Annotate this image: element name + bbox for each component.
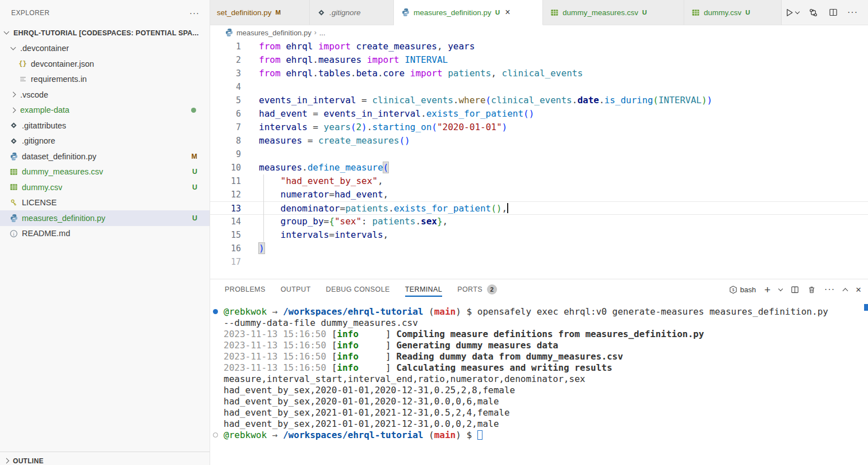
python-file-icon [225,28,234,37]
launch-profile-chevron-icon[interactable] [779,289,782,291]
code-text: measures = create_measures() [259,134,410,148]
terminal[interactable]: @rebkwok → /workspaces/ehrql-tutorial (m… [210,306,868,465]
tree-item-label: LICENSE [22,198,57,207]
open-changes-icon[interactable] [808,7,819,18]
tab-measures-definition.py[interactable]: measures_definition.pyU× [394,0,543,25]
csv-file-icon [9,167,18,177]
command-decoration-hollow[interactable] [213,432,218,438]
tab-.gitignore[interactable]: .gitignore [310,0,394,25]
tree-item-dummy-measures.csv[interactable]: dummy_measures.csvU [0,164,210,180]
tab-label: .gitignore [329,8,361,17]
code-line-3[interactable]: 3from ehrql.tables.beta.core import pati… [210,67,868,80]
git-status-badge: M [192,153,197,160]
code-line-4[interactable]: 4 [210,80,868,94]
close-tab-icon[interactable]: × [505,8,510,17]
code-line-11[interactable]: 11 "had_event_by_sex", [210,174,868,188]
line-number: 8 [210,134,241,148]
code-line-9[interactable]: 9 [210,148,868,161]
terminal-profile[interactable]: $ bash [729,286,756,294]
panel-tab-output[interactable]: OUTPUT [281,279,311,300]
panel-tab-debug-console[interactable]: DEBUG CONSOLE [326,279,389,300]
tree-item-.gitignore[interactable]: .gitignore [0,133,210,149]
panel-tab-label: PROBLEMS [225,286,266,293]
python-file-icon [401,8,410,17]
code-line-12[interactable]: 12 numerator=had_event, [210,188,868,201]
panel-tab-label: TERMINAL [405,286,442,293]
panel-tab-label: OUTPUT [281,286,311,293]
code-line-15[interactable]: 15 intervals=intervals, [210,228,868,242]
tree-item-ehrql-tutorial-codespaces-potential-spa...[interactable]: EHRQL-TUTORIAL [CODESPACES: POTENTIAL SP… [0,25,210,41]
code-editor[interactable]: measures_definition.py › ... 1from ehrql… [210,25,868,279]
tree-item-label: EHRQL-TUTORIAL [CODESPACES: POTENTIAL SP… [13,29,199,37]
tree-item-label: .gitignore [22,136,55,145]
code-text: events_in_interval = clinical_events.whe… [259,94,712,107]
breadcrumb[interactable]: measures_definition.py › ... [210,25,868,40]
explorer-more-actions-icon[interactable]: ··· [189,8,199,17]
code-line-5[interactable]: 5events_in_interval = clinical_events.wh… [210,94,868,107]
tree-item-label: .devcontainer [20,44,69,53]
tree-item-dataset-definition.py[interactable]: dataset_definition.pyM [0,149,210,164]
outline-section-header[interactable]: OUTLINE [0,452,210,465]
line-number: 2 [210,53,241,67]
chevron-right-icon [11,92,16,98]
more-actions-icon[interactable]: ··· [847,7,858,18]
code-line-8[interactable]: 8measures = create_measures() [210,134,868,148]
python-file-icon [9,151,18,161]
command-decoration-filled[interactable] [213,309,218,314]
line-number: 6 [210,107,241,121]
run-icon[interactable] [785,7,799,18]
tree-item-measures-definition.py[interactable]: measures_definition.pyU [0,210,210,226]
git-file-icon [317,8,326,17]
code-line-10[interactable]: 10measures.define_measure( [210,161,868,174]
tree-item-example-data[interactable]: example-data [0,103,210,118]
csv-file-icon [550,8,559,17]
code-line-7[interactable]: 7intervals = years(2).starting_on("2020-… [210,121,868,134]
code-line-14[interactable]: 14 group_by={"sex": patients.sex}, [210,215,868,228]
terminal-line-4: 2023-11-13 15:16:50 [info ] Generating d… [210,340,868,351]
tree-item-requirements.in[interactable]: requirements.in [0,72,210,88]
line-number: 4 [210,80,241,94]
split-terminal-icon[interactable] [791,286,799,294]
svg-text:i: i [13,231,15,236]
tab-dummy.csv[interactable]: dummy.csvU [684,0,782,25]
code-line-1[interactable]: 1from ehrql import create_measures, year… [210,40,868,53]
text-cursor [507,203,508,213]
kill-terminal-icon[interactable] [807,286,816,294]
maximize-panel-icon[interactable] [843,287,847,293]
line-number: 3 [210,67,241,80]
code-text: numerator=had_event, [259,188,388,201]
run-dropdown-chevron-icon[interactable] [795,9,800,13]
code-line-16[interactable]: 16) [210,242,868,255]
new-terminal-icon[interactable]: + [764,284,770,295]
more-icon[interactable]: ··· [824,284,835,294]
ports-count-badge: 2 [487,284,497,294]
line-number: 14 [210,215,241,228]
panel-tab-terminal[interactable]: TERMINAL [405,279,442,300]
code-line-13[interactable]: 13 denominator=patients.exists_for_patie… [210,201,868,215]
tree-item-devcontainer.json[interactable]: {}devcontainer.json [0,56,210,72]
tree-item-.vscode[interactable]: .vscode [0,87,210,103]
tab-dummy-measures.csv[interactable]: dummy_measures.csvU [543,0,684,25]
chevron-right-icon [11,107,16,113]
close-panel-icon[interactable]: × [856,285,861,294]
tree-item-readme.md[interactable]: iREADME.md [0,226,210,242]
tab-set-definition.py[interactable]: set_definition.pyM [210,0,310,25]
tab-label: dummy_measures.csv [563,8,638,17]
line-number: 13 [210,202,241,215]
code-line-17[interactable]: 17 [210,255,868,269]
code-lines[interactable]: 1from ehrql import create_measures, year… [210,40,868,269]
tree-item-.devcontainer[interactable]: .devcontainer [0,41,210,57]
terminal-cursor [477,430,482,440]
line-number: 10 [210,161,241,174]
code-line-6[interactable]: 6had_event = events_in_interval.exists_f… [210,107,868,121]
split-editor-icon[interactable] [828,7,838,18]
tree-item-license[interactable]: LICENSE [0,195,210,211]
tree-item-dummy.csv[interactable]: dummy.csvU [0,179,210,195]
editor-actions: ··· [782,0,868,25]
tree-item-.gitattributes[interactable]: .gitattributes [0,118,210,133]
code-line-2[interactable]: 2from ehrql.measures import INTERVAL [210,53,868,67]
git-status-badge: U [642,9,647,16]
panel-tab-problems[interactable]: PROBLEMS [225,279,266,300]
indent-guide [263,174,264,242]
panel-tab-ports[interactable]: PORTS2 [457,279,497,300]
